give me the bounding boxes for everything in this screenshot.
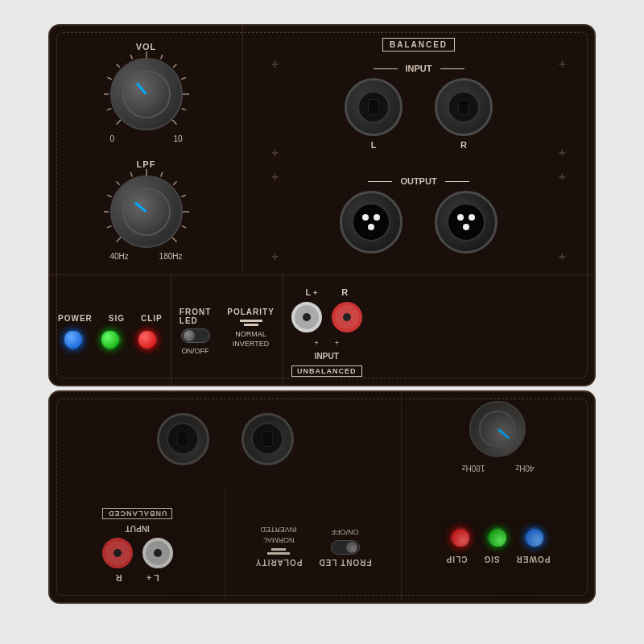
reflected-pol-line-2 xyxy=(271,548,286,551)
svg-line-18 xyxy=(130,172,132,177)
input-dash-right xyxy=(440,68,464,69)
reflected-polarity-symbol xyxy=(267,548,290,555)
reflected-lpf-indicator xyxy=(497,428,510,440)
output-label-row: OUTPUT xyxy=(368,176,469,186)
lpf-indicator xyxy=(134,201,147,213)
polarity-label: POLARITY xyxy=(227,308,275,316)
input-connectors-row: L R xyxy=(345,78,493,150)
reflected-r-label: R xyxy=(116,574,122,584)
svg-line-1 xyxy=(106,109,111,110)
reflected-rca-right-center xyxy=(114,550,122,558)
rca-left[interactable] xyxy=(291,302,322,332)
xlr-output-r-inner xyxy=(447,203,485,242)
reflected-lpf-range: 40Hz 180Hz xyxy=(462,464,535,473)
reflected-rca xyxy=(102,539,173,569)
polarity-group: POLARITY NORMALINVERTED xyxy=(227,308,275,349)
power-label: POWER xyxy=(58,314,93,323)
xlr-pins-top xyxy=(362,214,380,221)
reflected-xlr-l-inner xyxy=(252,423,284,456)
reflected-polarity-group: POLARITY NORMALINVERTED xyxy=(255,525,303,567)
input-l-label: L xyxy=(371,140,377,150)
xlr-input-l[interactable] xyxy=(345,78,402,136)
vol-knob-group: VOL xyxy=(110,42,183,143)
reflected-l-label: L + xyxy=(147,574,159,584)
corner-plus-tl: + xyxy=(271,57,279,72)
unbalanced-label: UNBALANCED xyxy=(291,365,362,377)
out-corner-plus-br: + xyxy=(559,250,566,264)
reflected-normal-inverted: NORMALINVERTED xyxy=(260,525,296,545)
vol-knob-outer[interactable] xyxy=(110,58,183,130)
reflected-front-led-group: FRONT LED ON/OFF xyxy=(318,527,371,568)
rca-right[interactable] xyxy=(332,302,362,332)
vol-indicator xyxy=(136,82,147,95)
xlr-input-l-inner xyxy=(357,91,390,123)
knobs-section: VOL xyxy=(50,26,243,275)
svg-line-22 xyxy=(181,195,186,196)
lpf-knob-inner xyxy=(122,188,171,236)
svg-line-13 xyxy=(116,237,121,242)
output-connectors-row xyxy=(340,191,497,254)
reflected-connectors xyxy=(157,413,294,465)
svg-line-5 xyxy=(130,55,132,60)
reflected-knobs-area: 40Hz 180Hz xyxy=(50,392,594,489)
lpf-knob-outer[interactable] xyxy=(110,175,183,248)
svg-line-17 xyxy=(116,182,119,185)
lpf-knob-group: LPF xyxy=(110,159,183,261)
output-right-connector xyxy=(435,191,497,254)
reflected-conn-r xyxy=(157,413,209,465)
reflected-rca-left-center xyxy=(154,550,162,558)
rca-plus-right: + xyxy=(335,339,339,347)
reflected-switches-row: FRONT LED ON/OFF POLARITY xyxy=(255,525,372,567)
reflected-on-off: ON/OFF xyxy=(332,527,359,538)
reflected-toggle xyxy=(331,540,360,555)
input-left-connector: L xyxy=(345,78,402,150)
polarity-symbol xyxy=(240,320,262,326)
svg-line-11 xyxy=(181,109,186,110)
out-corner-plus-tr: + xyxy=(559,170,566,184)
reflected-knobs: 40Hz 180Hz xyxy=(401,392,594,489)
svg-line-9 xyxy=(181,77,186,79)
sig-label: SIG xyxy=(109,314,125,323)
svg-line-25 xyxy=(171,237,176,242)
input-r-label: R xyxy=(460,140,467,150)
xlr-output-l[interactable] xyxy=(340,191,402,254)
reflected-status-labels: POWER SIG CLIP xyxy=(446,555,551,564)
output-dash-right xyxy=(445,181,469,182)
reflected-rca-right xyxy=(102,539,133,569)
reflected-connector-area xyxy=(50,392,401,489)
rca-connectors xyxy=(291,302,362,332)
svg-line-20 xyxy=(160,172,162,177)
vol-knob[interactable] xyxy=(110,58,183,130)
reflected-status: POWER SIG CLIP FRONT LED xyxy=(50,489,594,602)
reflected-front-led-label: FRONT LED xyxy=(318,558,371,567)
front-led-toggle[interactable] xyxy=(181,328,210,343)
xlr-r-pin-1 xyxy=(457,214,464,221)
normal-inverted-label: NORMALINVERTED xyxy=(233,329,269,349)
lpf-knob[interactable] xyxy=(110,175,183,248)
reflected-xlr-l xyxy=(242,413,294,465)
reflected-leds xyxy=(451,528,546,549)
reflected-lpf-knob xyxy=(470,401,526,457)
svg-line-4 xyxy=(116,64,119,68)
xlr-pin-2 xyxy=(374,214,380,221)
svg-line-3 xyxy=(107,77,112,79)
reflected-toggle-knob xyxy=(346,542,357,553)
balanced-label: BALANCED xyxy=(382,38,455,52)
reflected-xlr-hole-l xyxy=(262,431,274,448)
balanced-section: BALANCED + + INPUT xyxy=(243,26,594,275)
corner-plus-bl: + xyxy=(271,146,279,160)
input-dash-left xyxy=(374,68,398,69)
xlr-pin-3 xyxy=(368,224,374,230)
status-right: L + R + + INPUT xyxy=(283,275,370,386)
front-led-label: FRONT LED xyxy=(180,308,211,325)
reflection-inner: POWER SIG CLIP FRONT LED xyxy=(50,392,594,602)
output-left-connector xyxy=(340,191,402,254)
xlr-output-r[interactable] xyxy=(435,191,497,254)
vol-knob-inner xyxy=(122,70,171,118)
reflected-xlr-hole-r xyxy=(178,431,189,448)
xlr-input-r[interactable] xyxy=(435,78,493,136)
output-dash-left xyxy=(368,181,392,182)
input-unbalanced-lbl: INPUT xyxy=(315,352,339,361)
lr-labels: L + R xyxy=(305,287,348,297)
reflected-clip-label: CLIP xyxy=(446,555,468,564)
